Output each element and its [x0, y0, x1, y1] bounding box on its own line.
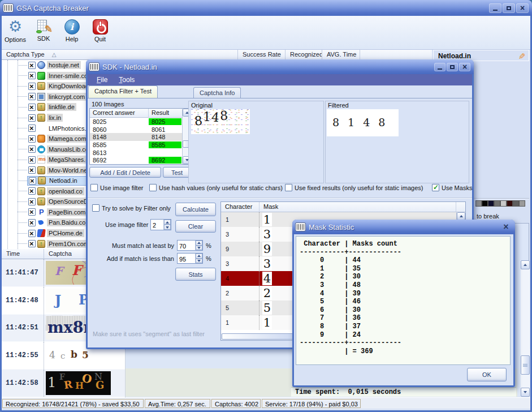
- app-icon: [3, 4, 13, 12]
- edit-pencil-icon[interactable]: ✎: [518, 52, 526, 62]
- try-filter-only-checkbox[interactable]: Try to solve by Filter only: [92, 204, 171, 212]
- close-button[interactable]: ×: [516, 3, 529, 13]
- column-captcha-type[interactable]: Captcha Type △: [2, 50, 238, 60]
- captcha-letter: O: [81, 371, 93, 386]
- history-row[interactable]: 11:42:58 1 F R H O G N: [2, 370, 125, 397]
- column-success-rate[interactable]: Success Rate: [238, 50, 286, 60]
- item-checkbox[interactable]: [29, 177, 36, 184]
- use-fixed-results-checkbox[interactable]: Use fixed results (only useful for stati…: [285, 184, 423, 191]
- color-swatch[interactable]: [507, 200, 513, 207]
- spin-down-button[interactable]: [196, 259, 202, 264]
- spin-down-button[interactable]: [196, 246, 202, 251]
- sdk-close-button[interactable]: ×: [459, 63, 470, 71]
- quit-button[interactable]: Quit: [89, 18, 111, 42]
- checkbox-unchecked[interactable]: [149, 184, 157, 191]
- checkbox-checked[interactable]: [432, 184, 439, 191]
- color-swatch[interactable]: [475, 200, 482, 207]
- use-image-filter-checkbox[interactable]: Use image filter: [90, 184, 143, 191]
- must-match-spinner[interactable]: [177, 240, 203, 251]
- answer-row[interactable]: 8692 8692: [90, 156, 182, 164]
- sdk-maximize-button[interactable]: [447, 63, 458, 71]
- column-correct-answer[interactable]: Correct answer: [90, 109, 149, 118]
- color-swatch[interactable]: [488, 200, 494, 207]
- add-if-match-spinner[interactable]: [177, 253, 203, 264]
- mask-statistic-titlebar[interactable]: Mask Statistic ×: [292, 220, 515, 234]
- spin-up-button[interactable]: [196, 241, 202, 246]
- checkbox-unchecked[interactable]: [285, 184, 292, 191]
- scroll-up-button[interactable]: [457, 212, 465, 220]
- spin-up-button[interactable]: [196, 254, 202, 259]
- calculate-button[interactable]: Calculate: [175, 203, 216, 216]
- answer-row[interactable]: 8025 8025: [90, 118, 182, 126]
- color-swatch[interactable]: [494, 200, 500, 207]
- item-checkbox[interactable]: [28, 104, 36, 111]
- item-checkbox[interactable]: [28, 156, 36, 164]
- color-swatch[interactable]: [482, 200, 488, 207]
- item-checkbox[interactable]: [28, 62, 36, 69]
- main-scrollbar[interactable]: [521, 260, 530, 397]
- color-swatch[interactable]: [500, 200, 507, 207]
- percent-label: %: [206, 255, 211, 262]
- sdk-minimize-button[interactable]: [434, 63, 446, 71]
- tab-captcha-filter-test[interactable]: Captcha Filter + Test: [88, 85, 158, 98]
- menu-file[interactable]: File: [92, 75, 112, 85]
- sdk-button[interactable]: ✎ SDK: [32, 18, 55, 42]
- use-masks-checkbox[interactable]: Use Masks: [432, 184, 472, 191]
- scroll-down-button[interactable]: [521, 388, 530, 397]
- clear-button[interactable]: Clear: [175, 220, 216, 233]
- column-recognized[interactable]: Recognized: [286, 50, 322, 60]
- menu-tools[interactable]: Tools: [114, 75, 139, 85]
- column-time[interactable]: Time: [2, 249, 44, 259]
- spin-down-button[interactable]: [164, 225, 171, 230]
- column-result[interactable]: Result: [149, 109, 182, 118]
- item-checkbox[interactable]: [28, 72, 36, 79]
- item-checkbox[interactable]: [28, 83, 36, 90]
- item-checkbox[interactable]: [28, 208, 36, 216]
- item-checkbox[interactable]: [28, 198, 36, 205]
- color-swatch[interactable]: [513, 200, 519, 207]
- maximize-button[interactable]: [503, 3, 515, 13]
- item-checkbox[interactable]: [28, 166, 36, 174]
- item-checkbox[interactable]: [28, 125, 36, 132]
- spin-up-button[interactable]: [164, 220, 171, 225]
- column-character[interactable]: Character: [221, 202, 259, 212]
- test-button[interactable]: Test: [163, 167, 191, 178]
- item-checkbox[interactable]: [28, 240, 36, 247]
- answer-row[interactable]: 8585 8585: [90, 141, 182, 149]
- minimize-button[interactable]: [489, 3, 501, 13]
- options-button[interactable]: ⚙ Options: [4, 18, 27, 43]
- column-mask[interactable]: Mask: [259, 202, 456, 212]
- item-checkbox[interactable]: [28, 93, 36, 100]
- captcha-letter: c: [60, 351, 65, 361]
- item-checkbox[interactable]: [28, 230, 36, 237]
- add-edit-delete-button[interactable]: Add / Edit / Delete: [89, 167, 161, 178]
- scroll-up-button[interactable]: [521, 260, 530, 269]
- use-hash-values-checkbox[interactable]: Use hash values (only useful for static …: [149, 184, 283, 191]
- answer-row[interactable]: 8613: [90, 149, 182, 157]
- item-checkbox[interactable]: [28, 187, 36, 195]
- checkbox-unchecked[interactable]: [92, 204, 100, 212]
- original-label: Original: [191, 102, 213, 109]
- mask-statistic-close-button[interactable]: ×: [500, 222, 512, 232]
- main-titlebar[interactable]: GSA Captcha Breaker ×: [0, 0, 532, 16]
- scrollbar-thumb[interactable]: [521, 355, 530, 375]
- help-button[interactable]: i Help: [60, 18, 83, 42]
- item-checkbox[interactable]: [28, 114, 36, 122]
- item-checkbox[interactable]: [28, 135, 36, 143]
- item-checkbox[interactable]: [28, 219, 36, 226]
- answer-row-selected[interactable]: 8148 8148: [90, 133, 182, 141]
- ok-button[interactable]: OK: [467, 368, 507, 381]
- add-if-match-value[interactable]: [178, 254, 195, 263]
- sdk-titlebar[interactable]: SDK - Netload.in ×: [86, 59, 474, 74]
- item-checkbox[interactable]: [28, 145, 36, 153]
- stats-button[interactable]: Stats: [175, 268, 216, 281]
- tab-captcha-info[interactable]: Captcha Info: [193, 87, 241, 98]
- answer-row[interactable]: 8060 8061: [90, 126, 182, 134]
- checkbox-unchecked[interactable]: [90, 184, 98, 191]
- color-swatch[interactable]: [519, 200, 525, 207]
- image-filter-value[interactable]: [151, 220, 163, 230]
- column-avg-time[interactable]: AVG. Time: [322, 50, 360, 60]
- must-match-value[interactable]: [178, 241, 195, 250]
- scrollbar-thumb[interactable]: [222, 333, 294, 340]
- image-filter-spinner[interactable]: [150, 219, 171, 230]
